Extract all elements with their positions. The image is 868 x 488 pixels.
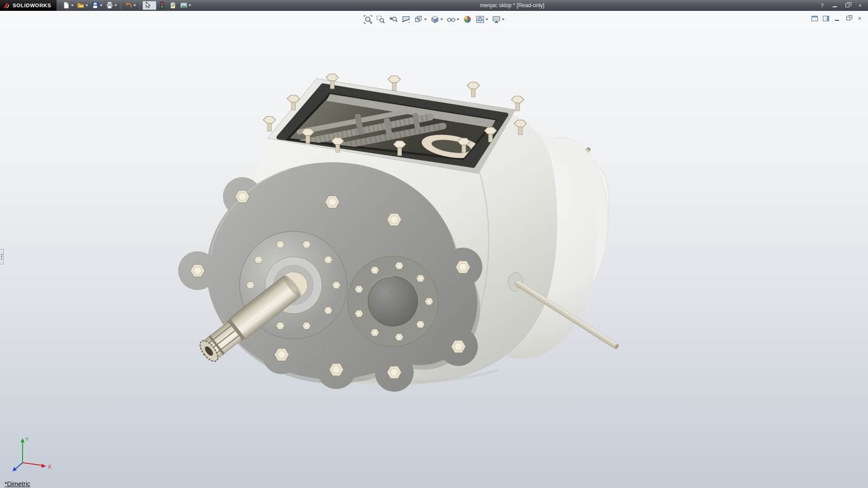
feature-pane-button[interactable] — [810, 14, 819, 23]
minimize-icon — [835, 20, 839, 21]
dropdown-arrow-icon[interactable] — [152, 5, 155, 6]
section-view-icon — [401, 15, 410, 24]
undo-button[interactable] — [123, 1, 137, 10]
toolbar-separator — [121, 2, 121, 9]
open-button[interactable] — [75, 1, 90, 10]
dropdown-arrow-icon[interactable] — [85, 5, 88, 6]
print-button[interactable] — [104, 1, 118, 10]
dropdown-arrow-icon[interactable] — [440, 19, 443, 20]
select-button[interactable] — [142, 1, 156, 10]
toolbar-separator — [140, 2, 140, 9]
help-glyph: ? — [821, 3, 823, 8]
document-close-button[interactable]: × — [855, 14, 864, 23]
titlebar: SOLIDWORKS — [0, 0, 868, 11]
model-gearbox-assembly[interactable] — [178, 74, 620, 392]
restore-button[interactable] — [842, 2, 853, 9]
display-style-icon — [430, 15, 439, 24]
edit-appearance-button[interactable] — [462, 14, 473, 25]
new-document-icon — [62, 1, 70, 9]
options-icon — [169, 1, 177, 9]
rebuild-button[interactable] — [157, 1, 167, 10]
dropdown-arrow-icon[interactable] — [133, 5, 136, 6]
display-pane-icon — [823, 16, 829, 21]
feature-pane-icon — [811, 16, 818, 21]
zoom-to-area-icon — [376, 15, 385, 24]
appearance-icon — [180, 1, 188, 9]
heads-up-view-toolbar — [362, 14, 506, 25]
view-settings-button[interactable] — [491, 14, 506, 25]
rebuild-icon — [158, 1, 166, 9]
view-orientation-icon — [414, 15, 423, 24]
section-view-button[interactable] — [400, 14, 412, 25]
close-icon: × — [859, 3, 861, 8]
previous-view-button[interactable] — [387, 14, 399, 25]
dropdown-arrow-icon[interactable] — [189, 5, 191, 6]
dropdown-arrow-icon[interactable] — [114, 5, 117, 6]
help-button[interactable]: ? — [816, 2, 828, 9]
close-button[interactable]: × — [854, 2, 866, 9]
print-icon — [106, 1, 113, 9]
quick-access-toolbar — [57, 0, 193, 11]
view-orientation-button[interactable] — [413, 14, 428, 25]
edit-appearance-icon — [463, 15, 472, 24]
graphics-area[interactable] — [0, 11, 868, 488]
undo-icon — [125, 1, 132, 9]
dropdown-arrow-icon[interactable] — [486, 19, 488, 20]
save-button[interactable] — [90, 1, 104, 10]
select-icon — [144, 1, 151, 9]
save-icon — [91, 1, 99, 9]
graphics-viewport[interactable]: × Y X *Dimetric — [0, 11, 868, 488]
restore-icon — [846, 17, 850, 20]
zoom-to-area-button[interactable] — [375, 14, 387, 25]
apply-scene-button[interactable] — [474, 14, 490, 25]
hide-show-items-icon — [447, 15, 456, 24]
model-side-cover-boss[interactable] — [348, 256, 438, 347]
document-minimize-button[interactable] — [832, 14, 842, 23]
view-settings-icon — [492, 15, 501, 24]
options-button[interactable] — [168, 1, 178, 10]
dropdown-arrow-icon[interactable] — [100, 5, 103, 6]
zoom-to-fit-button[interactable] — [362, 14, 374, 25]
close-icon: × — [858, 15, 861, 22]
restore-icon — [845, 4, 849, 7]
open-icon — [77, 1, 85, 9]
brand-name: SOLIDWORKS — [13, 3, 51, 8]
document-window-controls: × — [810, 14, 864, 23]
dropdown-arrow-icon[interactable] — [502, 19, 505, 20]
dropdown-arrow-icon[interactable] — [457, 19, 459, 20]
window-controls: ? × — [816, 0, 866, 11]
solidworks-window: SOLIDWORKS — [0, 0, 868, 488]
solidworks-logo-icon — [3, 2, 10, 9]
window-title: menjac sklop * [Read-only] — [480, 2, 544, 9]
triad-y-label: Y — [25, 436, 29, 442]
previous-view-icon — [389, 15, 398, 24]
view-orientation-label: *Dimetric — [5, 480, 30, 488]
display-style-button[interactable] — [429, 14, 444, 25]
appearance-button[interactable] — [179, 1, 193, 10]
minimize-button[interactable] — [829, 2, 840, 9]
document-restore-button[interactable] — [844, 14, 853, 23]
zoom-to-fit-icon — [363, 15, 373, 24]
apply-scene-icon — [476, 15, 485, 24]
display-pane-button[interactable] — [821, 14, 830, 23]
hide-show-items-button[interactable] — [445, 14, 461, 25]
triad-x-label: X — [48, 464, 52, 469]
dropdown-arrow-icon[interactable] — [71, 5, 74, 6]
panel-splitter-handle[interactable] — [0, 249, 4, 264]
minimize-icon — [833, 6, 837, 7]
dropdown-arrow-icon[interactable] — [424, 19, 427, 20]
new-document-button[interactable] — [61, 1, 75, 10]
reference-triad[interactable]: Y X — [8, 435, 58, 476]
brand-area: SOLIDWORKS — [0, 0, 57, 11]
